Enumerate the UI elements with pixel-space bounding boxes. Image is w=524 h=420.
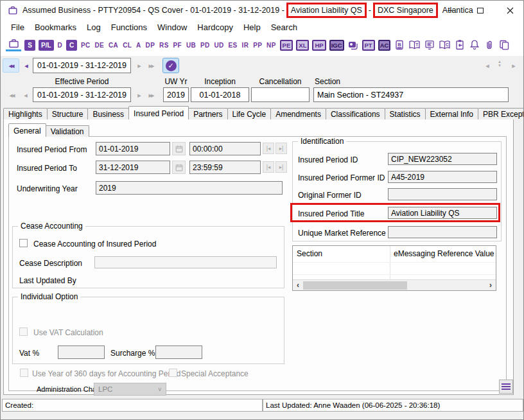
insured-period-to-time-field[interactable] [189, 161, 261, 174]
toolbar-np-button[interactable]: NP [266, 40, 277, 51]
insured-period-id-field[interactable] [388, 153, 497, 165]
nav-period-field[interactable]: 01-01-2019 - 31-12-2019 [33, 58, 131, 73]
toolbar-dp-button[interactable]: DP [145, 40, 156, 51]
minimize-button[interactable] [436, 1, 466, 20]
toolbar-rs-button[interactable]: RS [159, 40, 170, 51]
subtab-general[interactable]: General [8, 123, 46, 137]
menu-window[interactable]: Window [152, 21, 192, 33]
tab-structure[interactable]: Structure [47, 108, 89, 119]
toolbar-pt-button[interactable]: PT [362, 40, 375, 51]
unique-market-reference-field[interactable] [388, 226, 497, 238]
menu-hardcopy[interactable]: Hardcopy [192, 21, 238, 33]
copy-pages-button[interactable] [498, 39, 510, 51]
insured-period-from-time-field[interactable] [189, 142, 261, 155]
insured-period-to-date-field[interactable] [96, 161, 170, 174]
cancellation-label: Cancellation [251, 77, 310, 86]
menu-hamburger-button[interactable] [499, 380, 513, 394]
nav-first-button[interactable]: ◂◂ [3, 58, 19, 73]
scrollbar-thumb[interactable] [303, 281, 407, 290]
cease-accounting-checkbox[interactable] [19, 239, 28, 247]
vat-label: Vat % [19, 349, 39, 358]
toolbar-pe-button[interactable]: PE [280, 40, 293, 51]
individual-option-group-title: Individual Option [18, 292, 80, 301]
column-divider [390, 246, 390, 280]
close-button[interactable] [495, 1, 524, 20]
menu-search[interactable]: Search [266, 21, 302, 33]
nav-previous-button[interactable]: ◂ [21, 58, 30, 73]
toolbar-ir-button[interactable]: IR [241, 40, 250, 51]
toolbar-ud-button[interactable]: UD [214, 40, 225, 51]
toolbar-ub-button[interactable]: UB [186, 40, 197, 51]
insured-period-title-field[interactable] [388, 207, 497, 219]
tab-amendments[interactable]: Amendments [270, 108, 326, 119]
section-label: Section [315, 77, 340, 86]
validate-button[interactable]: ✓ [162, 58, 179, 73]
use-year-360-checkbox [20, 369, 28, 377]
briefcase-button[interactable] [6, 39, 21, 51]
menu-functions[interactable]: Functions [106, 21, 152, 33]
toolbar-pp-button[interactable]: PP [252, 40, 263, 51]
effective-period-field[interactable]: 01-01-2019 - 31-12-2019 [33, 87, 131, 102]
toolbar-de-button[interactable]: DE [94, 40, 105, 51]
cancellation-field[interactable] [251, 87, 310, 102]
emessaging-table: Section eMessaging Reference Value ‹ › [292, 245, 496, 291]
toolbar-ac-button[interactable]: AC [378, 40, 391, 51]
terminal-icon [424, 39, 435, 51]
table-horizontal-scrollbar[interactable]: ‹ › [293, 279, 496, 290]
clipboard-button[interactable] [454, 39, 466, 51]
toolbar-pd-button[interactable]: PD [200, 40, 211, 51]
scroll-right-icon[interactable]: › [486, 281, 495, 290]
scroll-left-icon[interactable]: ‹ [293, 281, 302, 290]
tab-external-info[interactable]: External Info [425, 108, 478, 119]
check-icon: ✓ [166, 60, 177, 71]
tab-business[interactable]: Business [87, 108, 129, 119]
cease-accounting-group-title: Cease Accounting [18, 222, 85, 231]
notifications-button[interactable] [469, 39, 480, 51]
underwriting-year-field[interactable] [96, 181, 283, 195]
tab-statistics[interactable]: Statistics [385, 108, 426, 119]
toolbar-d-button[interactable]: D [57, 40, 64, 51]
tab-pbr-exceptions[interactable]: PBR Exceptions [478, 108, 524, 119]
book-c-icon: C [439, 39, 451, 51]
toolbar-pc-button[interactable]: PC [80, 40, 91, 51]
status-created: Created: [2, 399, 263, 412]
subtab-validation[interactable]: Validation [46, 125, 89, 137]
toolbar-hp-button[interactable]: HP [312, 40, 326, 51]
uw-yr-field[interactable]: 2019 [163, 87, 189, 102]
toolbar-pf-button[interactable]: PF [173, 40, 182, 51]
toolbar-a-button[interactable]: A [135, 40, 142, 51]
menu-bookmarks[interactable]: Bookmarks [30, 21, 82, 33]
terminal-button[interactable] [424, 39, 435, 51]
tab-classifications[interactable]: Classifications [326, 108, 385, 119]
insured-period-from-date-field[interactable] [96, 142, 170, 155]
toolbar-cl-button[interactable]: CL [122, 40, 132, 51]
tab-life-cycle[interactable]: Life Cycle [227, 108, 272, 119]
book-c-button[interactable]: C [439, 39, 451, 51]
tab-partners[interactable]: Partners [188, 108, 227, 119]
insured-period-former-id-field[interactable] [388, 171, 497, 183]
toolbar-s-button[interactable]: S [24, 40, 35, 51]
original-former-id-field[interactable] [388, 188, 497, 200]
toolbar-xl-button[interactable]: XL [296, 40, 309, 51]
maximize-button[interactable] [466, 1, 495, 20]
effective-next-button: ▸ [134, 89, 143, 101]
menu-file[interactable]: File [6, 21, 30, 33]
tab-insured-period[interactable]: Insured Period [128, 106, 189, 119]
menu-help[interactable]: Help [238, 21, 266, 33]
photos-button[interactable] [347, 39, 359, 51]
section-field[interactable]: Main Section - ST24937 [313, 87, 509, 102]
document-b-button[interactable]: B [394, 39, 405, 51]
attachments-button[interactable] [484, 39, 495, 51]
toolbar-es-button[interactable]: ES [228, 40, 238, 51]
toolbar-ca-button[interactable]: CA [108, 40, 119, 51]
book-t-button[interactable]: T [408, 39, 421, 51]
tab-highlights[interactable]: Highlights [3, 108, 48, 119]
hamburger-icon [502, 383, 511, 385]
toolbar-pl-button[interactable]: P/L [39, 40, 54, 51]
toolbar-c-button[interactable]: C [66, 40, 77, 51]
toolbar-igc-button[interactable]: IGC [329, 40, 344, 51]
toolbar: S P/L D C PC DE CA CL A DP RS PF UB PD U… [1, 34, 524, 56]
inception-field[interactable]: 01-01-2018 [191, 87, 249, 102]
insured-period-id-label: Insured Period ID [298, 155, 358, 164]
menu-log[interactable]: Log [82, 21, 106, 33]
